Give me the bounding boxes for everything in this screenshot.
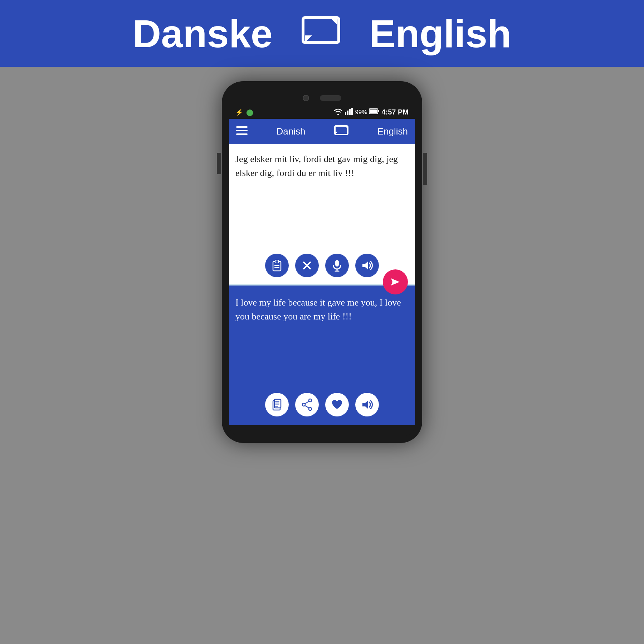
svg-point-33 (302, 403, 305, 406)
usb-icon: ⚡ (235, 108, 243, 116)
svg-rect-30 (275, 404, 279, 405)
svg-point-34 (309, 408, 312, 410)
output-speaker-button[interactable] (355, 393, 379, 416)
wifi-icon (333, 108, 343, 117)
svg-rect-11 (236, 130, 248, 131)
app-icon: ⬤ (246, 108, 253, 116)
power-button (423, 153, 427, 185)
svg-rect-3 (345, 112, 346, 115)
toolbar-source-lang[interactable]: Danish (277, 126, 306, 137)
status-icons-right: 99% 4:57 PM (333, 108, 409, 117)
favorite-button[interactable] (325, 393, 349, 416)
phone-top-area (229, 88, 415, 106)
svg-rect-17 (275, 260, 279, 263)
svg-marker-14 (345, 126, 348, 129)
screen-content: Jeg elsker mit liv, fordi det gav mig di… (229, 144, 415, 425)
svg-point-32 (309, 399, 312, 402)
phone-bottom (229, 425, 415, 436)
svg-rect-10 (236, 126, 248, 128)
status-bar: ⚡ ⬤ (229, 106, 415, 119)
mic-button[interactable] (325, 254, 349, 277)
share-button[interactable] (295, 393, 319, 416)
svg-rect-6 (351, 108, 353, 115)
status-icons-left: ⚡ ⬤ (235, 108, 253, 116)
phone-mockup: ⚡ ⬤ (222, 81, 422, 443)
front-camera (303, 95, 309, 101)
input-text: Jeg elsker mit liv, fordi det gav mig di… (235, 152, 409, 180)
time-display: 4:57 PM (381, 108, 409, 116)
signal-icon (345, 108, 353, 117)
svg-marker-37 (362, 400, 368, 409)
svg-rect-9 (378, 110, 379, 112)
output-area: I love my life because it gave me you, I… (229, 286, 415, 386)
svg-rect-8 (370, 109, 377, 113)
svg-line-36 (305, 406, 309, 408)
battery-text: 99% (355, 109, 367, 116)
speaker-button[interactable] (355, 254, 379, 277)
input-area[interactable]: Jeg elsker mit liv, fordi det gav mig di… (229, 144, 415, 248)
svg-marker-1 (330, 18, 337, 25)
menu-button[interactable] (236, 126, 248, 137)
volume-button (217, 153, 221, 174)
clear-button[interactable] (295, 254, 319, 277)
banner-target-lang[interactable]: English (369, 11, 511, 56)
toolbar-target-lang[interactable]: English (377, 126, 408, 137)
banner-source-lang[interactable]: Danske (133, 11, 273, 56)
copy-button[interactable] (265, 393, 289, 416)
clipboard-button[interactable] (265, 254, 289, 277)
svg-marker-25 (362, 261, 368, 270)
output-text: I love my life because it gave me you, I… (235, 296, 409, 323)
earpiece (320, 95, 341, 101)
svg-rect-31 (275, 406, 278, 407)
svg-rect-29 (275, 401, 279, 402)
svg-rect-4 (347, 111, 348, 115)
output-buttons-row (229, 386, 415, 425)
battery-icon (369, 108, 379, 116)
banner-swap-icon[interactable] (301, 15, 341, 52)
input-buttons-row (229, 248, 415, 284)
send-translate-button[interactable] (383, 269, 408, 294)
svg-rect-22 (335, 260, 339, 267)
svg-rect-18 (274, 265, 279, 266)
svg-rect-13 (335, 126, 348, 135)
svg-rect-12 (236, 133, 248, 135)
top-banner: Danske English (0, 0, 644, 67)
svg-line-35 (305, 401, 309, 404)
svg-marker-26 (391, 278, 400, 286)
svg-rect-5 (349, 109, 351, 115)
app-toolbar: Danish English (229, 119, 415, 144)
phone-body: ⚡ ⬤ (222, 81, 422, 443)
toolbar-swap-button[interactable] (334, 125, 348, 138)
svg-rect-19 (274, 267, 279, 268)
